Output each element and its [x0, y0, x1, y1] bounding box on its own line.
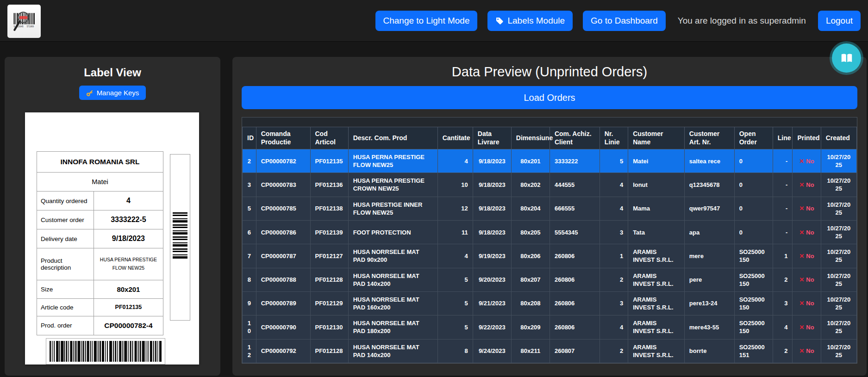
orders-table-body: 2CP00000782PF012135HUSA PERNA PRESTIGE F…	[243, 149, 857, 363]
table-cell: PF012138	[310, 197, 348, 220]
table-row[interactable]: 7CP00000787PF012127HUSA NORRSELE MAT PAD…	[243, 244, 857, 268]
svg-text:571869: 571869	[27, 25, 34, 28]
label-field-value: HUSA PERNA PRESTIGE FLOW NEW25	[94, 248, 163, 280]
label-field-name: Quantity ordered	[37, 192, 94, 210]
table-row[interactable]: 2CP00000782PF012135HUSA PERNA PRESTIGE F…	[243, 149, 857, 173]
table-cell: 444555	[550, 173, 599, 197]
table-cell: 10/27/2025	[821, 268, 856, 291]
label-field-value: 80x201	[94, 280, 163, 298]
app-logo: 9723645571869	[7, 5, 41, 38]
label-field-name: Prod. order	[37, 316, 94, 335]
column-header: Nr. Linie	[599, 127, 628, 149]
table-cell: ARAMIS INVEST S.R.L.	[628, 339, 685, 363]
table-cell: -	[773, 220, 793, 244]
label-view-title: Label View	[5, 66, 220, 79]
column-header: Customer Name	[628, 127, 685, 149]
table-cell: CP00000782	[256, 149, 310, 173]
table-row[interactable]: 12CP00000792PF012128HUSA NORRSELE MAT PA…	[243, 339, 857, 363]
table-cell: 2	[599, 268, 628, 291]
table-row[interactable]: 3CP00000783PF012136HUSA PERNA PRESTIGE C…	[243, 173, 857, 197]
change-light-mode-button[interactable]: Change to Light Mode	[375, 11, 478, 31]
table-cell: 5	[437, 268, 473, 291]
label-field-name: Delivery date	[37, 229, 94, 248]
label-field-value: PF012135	[94, 298, 163, 316]
manage-keys-button[interactable]: Manage Keys	[79, 86, 146, 100]
column-header: Customer Art. Nr.	[684, 127, 734, 149]
table-cell: -	[773, 197, 793, 220]
table-cell: 1	[599, 244, 628, 268]
table-cell: 10	[437, 173, 473, 197]
table-cell: Tata	[628, 220, 685, 244]
table-row[interactable]: 10CP00000790PF012130HUSA NORRSELE MAT PA…	[243, 315, 857, 339]
table-cell: 3333222	[550, 149, 599, 173]
table-cell: 10/27/2025	[821, 220, 856, 244]
table-cell: 10/27/2025	[821, 339, 856, 363]
table-cell: 260806	[550, 244, 599, 268]
label-row: Article codePF012135	[37, 298, 163, 316]
table-cell: 7	[243, 244, 256, 268]
logout-button[interactable]: Logout	[818, 11, 861, 31]
table-cell: 4	[773, 315, 793, 339]
table-cell: 0	[734, 220, 773, 244]
table-cell: 2	[599, 339, 628, 363]
table-cell: 80x208	[511, 291, 550, 315]
table-cell: Mama	[628, 197, 685, 220]
printed-status: No	[806, 229, 814, 236]
table-cell: 9/19/2023	[473, 244, 511, 268]
table-row[interactable]: 9CP00000789PF012129HUSA NORRSELE MAT PAD…	[243, 291, 857, 315]
table-cell: ✕No	[793, 339, 821, 363]
column-header: Cod Articol	[310, 127, 348, 149]
docs-floating-button[interactable]	[832, 43, 861, 73]
table-cell: CP00000790	[256, 315, 310, 339]
table-cell: HUSA NORRSELE MAT PAD 140x200	[348, 268, 437, 291]
labels-module-button[interactable]: Labels Module	[487, 11, 573, 31]
table-cell: HUSA PRESTIGE INNER FLOW NEW25	[348, 197, 437, 220]
printed-status: No	[806, 253, 814, 260]
table-cell: 10/27/2025	[821, 197, 856, 220]
orders-table-container: IDComanda ProductieCod ArticolDescr. Com…	[242, 117, 857, 364]
label-field-value: CP00000782-4	[94, 316, 163, 335]
table-cell: 11	[437, 220, 473, 244]
navbar-actions: Change to Light Mode Labels Module Go to…	[375, 11, 861, 31]
table-cell: 5	[243, 197, 256, 220]
x-icon: ✕	[799, 347, 804, 354]
go-to-dashboard-button[interactable]: Go to Dashboard	[583, 11, 666, 31]
table-cell: SO25000150	[734, 244, 773, 268]
table-cell: 4	[599, 197, 628, 220]
tag-icon	[495, 17, 504, 25]
table-cell: FOOT PROTECTION	[348, 220, 437, 244]
label-company-row: INNOFA ROMANIA SRL	[37, 152, 163, 173]
table-cell: mere43-55	[684, 315, 734, 339]
orders-table-header-row: IDComanda ProductieCod ArticolDescr. Com…	[243, 127, 857, 149]
table-cell: 5	[437, 315, 473, 339]
table-cell: 2	[773, 339, 793, 363]
label-row: Prod. orderCP00000782-4	[37, 316, 163, 335]
table-row[interactable]: 5CP00000785PF012138HUSA PRESTIGE INNER F…	[243, 197, 857, 220]
table-row[interactable]: 8CP00000788PF012128HUSA NORRSELE MAT PAD…	[243, 268, 857, 291]
label-customer-row: Matei	[37, 173, 163, 192]
table-row[interactable]: 6CP00000786PF012139FOOT PROTECTION119/18…	[243, 220, 857, 244]
table-cell: HUSA PERNA PRESTIGE CROWN NEW25	[348, 173, 437, 197]
table-cell: 0	[734, 197, 773, 220]
load-orders-button[interactable]: Load Orders	[242, 86, 857, 109]
table-cell: 80x201	[511, 149, 550, 173]
column-header: Dimensiune	[511, 127, 550, 149]
table-cell: qwer97547	[684, 197, 734, 220]
printed-status: No	[806, 205, 814, 212]
table-cell: q12345678	[684, 173, 734, 197]
table-cell: 9	[243, 291, 256, 315]
table-cell: 5554345	[550, 220, 599, 244]
table-cell: apa	[684, 220, 734, 244]
table-cell: Matei	[628, 149, 685, 173]
table-cell: PF012130	[310, 315, 348, 339]
table-cell: 4	[437, 149, 473, 173]
x-icon: ✕	[799, 229, 804, 236]
table-cell: SO25000151	[734, 339, 773, 363]
table-cell: ✕No	[793, 268, 821, 291]
table-cell: HUSA NORRSELE MAT PAD 180x200	[348, 315, 437, 339]
table-cell: 10/27/2025	[821, 291, 856, 315]
table-cell: HUSA NORRSELE MAT PAD 160x200	[348, 291, 437, 315]
table-cell: PF012128	[310, 268, 348, 291]
table-cell: ✕No	[793, 197, 821, 220]
table-cell: 2	[773, 268, 793, 291]
